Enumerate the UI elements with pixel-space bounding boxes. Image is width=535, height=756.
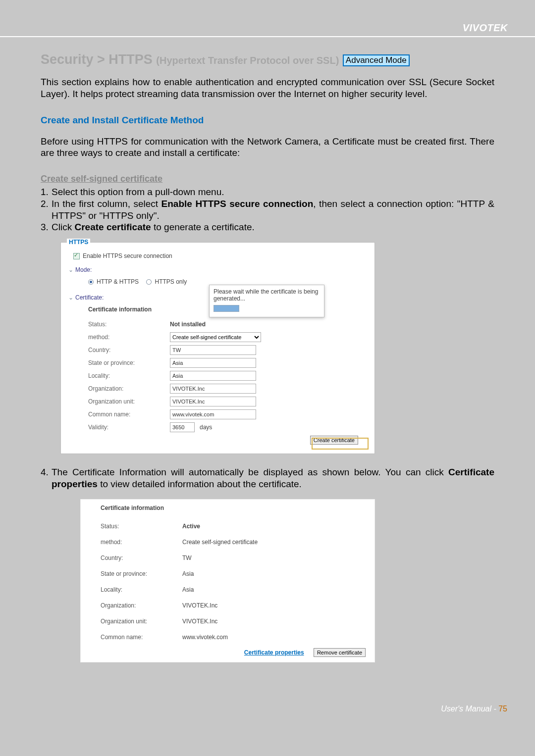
org-label-2: Organization: (101, 602, 182, 609)
generating-popup: Please wait while the certificate is bei… (209, 285, 324, 317)
locality-label-2: Locality: (101, 586, 182, 593)
country-input[interactable] (170, 345, 256, 355)
step-3: Click Create certificate to generate a c… (52, 221, 255, 233)
locality-label: Locality: (88, 372, 170, 379)
footer: User's Manual - 75 (0, 680, 535, 733)
intro-paragraph: This section explains how to enable auth… (41, 76, 494, 100)
state-label: State or province: (88, 359, 170, 366)
cn-input[interactable] (170, 409, 256, 419)
country-label: Country: (88, 347, 170, 353)
radio-https-only-label: HTTPS only (155, 278, 187, 285)
advanced-mode-badge: Advanced Mode (343, 54, 410, 66)
radio-http-https[interactable] (88, 279, 94, 285)
state-input[interactable] (170, 358, 256, 368)
status-label: Status: (88, 321, 170, 328)
status-value: Not installed (170, 321, 206, 328)
mode-section[interactable]: ⌄Mode: (68, 266, 367, 273)
fieldset-legend: HTTPS (67, 239, 90, 246)
step-2: In the first column, select Enable HTTPS… (52, 198, 494, 222)
method-label: method: (88, 334, 170, 341)
enable-https-label: Enable HTTPS secure connection (83, 252, 172, 259)
subsection-heading: Create self-signed certificate (41, 174, 494, 184)
page-title: Security > HTTPS (Hypertext Transfer Pro… (41, 52, 494, 67)
state-label-2: State or province: (101, 570, 182, 577)
ou-label-2: Organization unit: (101, 618, 182, 625)
country-label-2: Country: (101, 554, 182, 561)
status-value-2: Active (182, 523, 200, 530)
state-value-2: Asia (182, 570, 194, 577)
cn-value-2: www.vivotek.com (182, 634, 228, 641)
instruction-list-2: 4. The Certificate Information will auto… (41, 466, 494, 490)
cn-label-2: Common name: (101, 634, 182, 641)
radio-http-https-label: HTTP & HTTPS (97, 278, 139, 285)
remove-certificate-button[interactable]: Remove certificate (314, 648, 366, 657)
step-1: Select this option from a pull-down menu… (52, 186, 224, 198)
org-value-2: VIVOTEK.Inc (182, 602, 217, 609)
create-certificate-button[interactable]: Create certificate (310, 436, 358, 445)
cn-label: Common name: (88, 411, 170, 418)
enable-https-checkbox[interactable] (73, 253, 80, 259)
method-select[interactable]: Create self-signed certificate (170, 332, 261, 342)
popup-text: Please wait while the certificate is bei… (214, 288, 320, 302)
progress-bar (214, 305, 239, 312)
section-heading: Create and Install Certificate Method (41, 115, 494, 126)
org-input[interactable] (170, 384, 256, 394)
status-label-2: Status: (101, 523, 182, 530)
step-4: The Certificate Information will automat… (52, 466, 494, 490)
certificate-info-screenshot: Certificate information Status: Active m… (80, 499, 375, 662)
instruction-list-1: 1.Select this option from a pull-down me… (41, 186, 494, 233)
title-sub: (Hypertext Transfer Protocol over SSL) (156, 55, 339, 66)
locality-input[interactable] (170, 371, 256, 381)
footer-page: 75 (498, 705, 507, 713)
section-paragraph: Before using HTTPS for communication wit… (41, 136, 494, 159)
radio-https-only[interactable] (146, 279, 152, 285)
title-main: Security > HTTPS (41, 52, 153, 67)
brand: VIVOTEK (0, 22, 535, 36)
https-config-screenshot: HTTPS Enable HTTPS secure connection ⌄Mo… (60, 242, 375, 454)
ou-value-2: VIVOTEK.Inc (182, 618, 217, 625)
org-label: Organization: (88, 385, 170, 392)
method-label-2: method: (101, 539, 182, 546)
method-value-2: Create self-signed certificate (182, 539, 258, 546)
locality-value-2: Asia (182, 586, 194, 593)
footer-manual: User's Manual - (441, 705, 498, 713)
validity-input[interactable] (170, 422, 195, 432)
divider-top (0, 36, 535, 37)
validity-unit: days (200, 424, 212, 431)
cert-info-title-2: Certificate information (101, 504, 374, 511)
validity-label: Validity: (88, 424, 170, 431)
ou-input[interactable] (170, 397, 256, 406)
ou-label: Organization unit: (88, 398, 170, 405)
country-value-2: TW (182, 554, 192, 561)
certificate-properties-link[interactable]: Certificate properties (244, 649, 304, 656)
